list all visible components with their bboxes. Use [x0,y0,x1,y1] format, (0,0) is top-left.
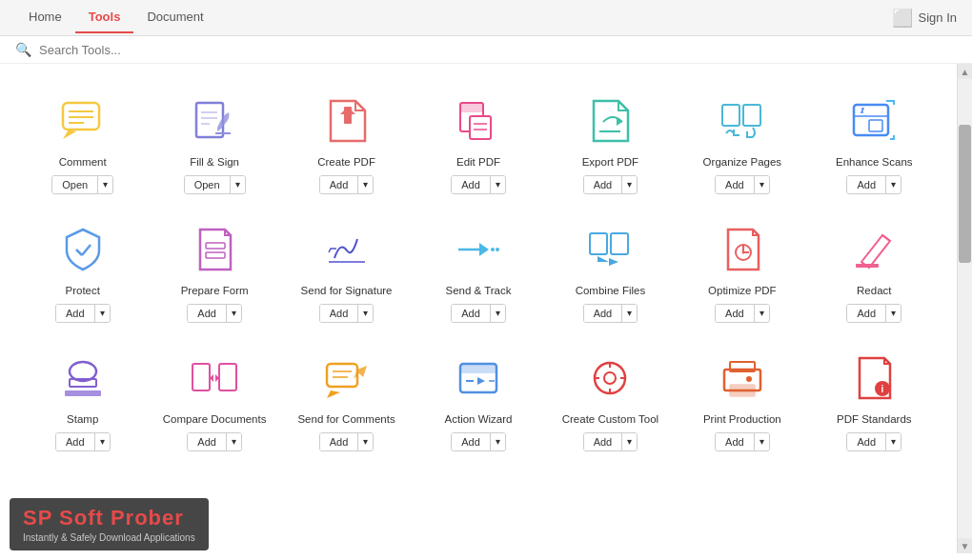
tool-name-action-wizard: Action Wizard [445,412,513,427]
top-nav: Home Tools Document ⬜ Sign In [0,0,972,36]
btn-arrow-comment[interactable]: ▾ [98,176,112,192]
tool-name-redact: Redact [857,284,891,298]
btn-add-create-pdf[interactable]: Add [320,176,359,193]
search-icon: 🔍 [15,42,31,57]
btn-group-action-wizard: Add ▾ [451,432,506,451]
btn-arrow-stamp[interactable]: ▾ [95,433,110,450]
tool-name-create-pdf: Create PDF [317,155,375,170]
svg-marker-4 [63,130,76,139]
tab-document[interactable]: Document [133,2,216,33]
scroll-down-button[interactable]: ▼ [958,538,972,553]
tools-area: Comment Open ▾ [0,64,957,553]
tool-name-export-pdf: Export PDF [582,155,638,170]
print-production-icon [714,350,771,407]
btn-arrow-edit-pdf[interactable]: ▾ [491,176,505,192]
btn-add-combine-files[interactable]: Add [584,305,623,322]
btn-arrow-send-signature[interactable]: ▾ [358,305,373,321]
tool-card-redact: Redact Add ▾ [811,211,938,330]
svg-rect-17 [722,105,739,126]
tab-home[interactable]: Home [15,2,75,33]
btn-add-edit-pdf[interactable]: Add [452,176,491,193]
create-pdf-icon [318,92,375,150]
scroll-up-button[interactable]: ▲ [958,64,972,79]
svg-line-24 [82,245,91,255]
btn-arrow-print-production[interactable]: ▾ [755,433,769,450]
btn-arrow-prepare-form[interactable]: ▾ [227,305,241,321]
btn-add-redact[interactable]: Add [847,305,886,322]
search-input[interactable] [39,43,230,57]
btn-arrow-enhance-scans[interactable]: ▾ [886,176,901,192]
scrollbar[interactable]: ▲ ▼ [957,64,972,553]
btn-arrow-action-wizard[interactable]: ▾ [491,433,505,450]
btn-group-compare-docs: Add ▾ [187,432,242,451]
send-track-icon [450,221,507,278]
tool-name-edit-pdf: Edit PDF [456,155,500,170]
btn-arrow-export-pdf[interactable]: ▾ [622,176,637,192]
btn-arrow-fill-sign[interactable]: ▾ [231,176,245,192]
btn-add-custom-tool[interactable]: Add [584,433,623,450]
btn-add-send-signature[interactable]: Add [320,305,359,322]
btn-add-export-pdf[interactable]: Add [584,176,623,193]
btn-add-send-comments[interactable]: Add [320,433,359,450]
btn-group-pdf-standards: Add ▾ [846,432,901,451]
sign-in-label: Sign In [919,10,957,25]
btn-arrow-compare-docs[interactable]: ▾ [227,433,241,450]
btn-add-print-production[interactable]: Add [716,433,755,450]
svg-text:i: i [881,384,884,394]
watermark-title: SP Soft Prober [23,506,195,530]
btn-arrow-send-comments[interactable]: ▾ [358,433,373,450]
btn-add-action-wizard[interactable]: Add [452,433,491,450]
svg-rect-10 [344,107,352,124]
btn-arrow-redact[interactable]: ▾ [886,305,901,321]
tool-card-prepare-form: Prepare Form Add ▾ [151,211,277,330]
watermark-subtitle: Instantly & Safely Download Applications [23,532,195,543]
btn-arrow-protect[interactable]: ▾ [95,305,110,321]
btn-add-enhance-scans[interactable]: Add [847,176,886,193]
send-comments-icon [318,350,375,407]
svg-rect-26 [206,252,225,258]
stamp-icon [54,350,111,407]
tab-tools[interactable]: Tools [75,2,134,33]
btn-add-compare-docs[interactable]: Add [188,433,227,450]
btn-group-stamp: Add ▾ [55,432,111,451]
btn-arrow-send-track[interactable]: ▾ [491,305,505,321]
btn-add-protect[interactable]: Add [56,305,95,322]
btn-arrow-pdf-standards[interactable]: ▾ [886,433,901,450]
btn-arrow-create-pdf[interactable]: ▾ [358,176,373,192]
tool-card-comment: Comment Open ▾ [19,83,146,202]
btn-arrow-combine-files[interactable]: ▾ [622,305,637,321]
tool-name-fill-sign: Fill & Sign [190,155,239,170]
btn-open-fill-sign[interactable]: Open [185,176,231,193]
optimize-pdf-icon [714,221,771,278]
watermark-rest: Soft Prober [52,506,184,530]
btn-add-organize-pages[interactable]: Add [716,176,755,193]
svg-rect-42 [219,364,236,390]
btn-open-comment[interactable]: Open [52,176,98,193]
sign-in-button[interactable]: ⬜ Sign In [892,8,957,29]
main-content: Comment Open ▾ [0,64,972,553]
tool-card-enhance-scans: Enhance Scans Add ▾ [811,83,938,202]
btn-add-send-track[interactable]: Add [452,305,491,322]
btn-arrow-custom-tool[interactable]: ▾ [622,433,637,450]
svg-rect-43 [327,364,357,387]
btn-add-stamp[interactable]: Add [56,433,95,450]
tool-name-enhance-scans: Enhance Scans [836,155,913,170]
send-signature-icon [318,221,375,278]
btn-group-export-pdf: Add ▾ [583,175,638,194]
scroll-thumb[interactable] [959,125,971,263]
tool-card-send-comments: Send for Comments Add ▾ [283,340,410,459]
btn-arrow-organize-pages[interactable]: ▾ [755,176,769,192]
tool-card-pdf-standards: i PDF Standards Add ▾ [811,340,938,459]
tool-name-prepare-form: Prepare Form [181,284,249,298]
btn-group-redact: Add ▾ [846,304,901,323]
compare-docs-icon [186,350,243,407]
btn-arrow-optimize-pdf[interactable]: ▾ [755,305,769,321]
tools-grid: Comment Open ▾ [19,83,938,459]
tool-card-protect: Protect Add ▾ [19,211,146,330]
btn-add-prepare-form[interactable]: Add [188,305,227,322]
btn-add-optimize-pdf[interactable]: Add [716,305,755,322]
redact-icon [845,221,902,278]
btn-group-combine-files: Add ▾ [583,304,638,323]
btn-add-pdf-standards[interactable]: Add [847,433,886,450]
btn-group-send-track: Add ▾ [451,304,506,323]
